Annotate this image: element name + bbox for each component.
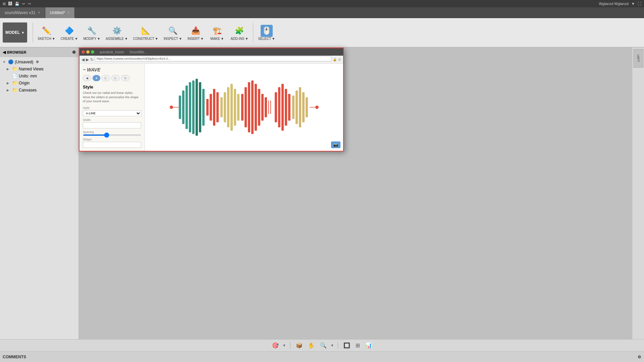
svg-rect-26 [261, 94, 264, 121]
svg-rect-7 [196, 79, 198, 136]
app-icon: 🅰 [8, 2, 12, 6]
bw-address-input[interactable] [95, 56, 331, 61]
bw-style-select[interactable]: A-LINE RADIAL [83, 110, 141, 116]
browser-settings-icon[interactable]: ⚙ [72, 50, 76, 55]
svg-rect-9 [202, 89, 205, 126]
bottom-toolbar: 🎯 ▼ 📦 ✋ 🔍 ▼ 🔲 ⊞ 📊 [0, 339, 644, 351]
toolbar-select[interactable]: 🖱️ SELECT▼ [256, 23, 277, 42]
view-cube-label: LEFT [637, 55, 640, 62]
maximize-icon[interactable]: ⛶ [638, 2, 641, 6]
modify-label: MODIFY▼ [83, 37, 100, 41]
tab-soundwaves-close[interactable]: ✕ [38, 11, 40, 14]
browser-header-left: ◀ BROWSER [3, 50, 26, 55]
bw-nav-btn-next[interactable]: ▷ [102, 75, 110, 81]
assemble-label: ASSEMBLE▼ [106, 37, 128, 41]
bw-minimize-dot[interactable] [86, 50, 90, 54]
svg-rect-36 [296, 90, 298, 124]
toolbar-add-ins[interactable]: 🧩 ADD-INS▼ [228, 23, 250, 42]
toolbar-sketch[interactable]: ✏️ SKETCH▼ [36, 23, 57, 42]
wave-left-dot [170, 106, 173, 109]
tab-untitled-close[interactable]: ✕ [67, 11, 70, 14]
unsaved-settings-icon[interactable]: ⚙ [36, 60, 39, 64]
create-icon: 🔷 [63, 25, 75, 37]
undo-icon[interactable]: ↩ [22, 2, 25, 6]
browser-collapse-icon[interactable]: ◀ [3, 50, 6, 55]
tab-soundwaves[interactable]: soundWaves v31 ✕ [0, 7, 45, 18]
toolbar-modify[interactable]: 🔧 MODIFY▼ [81, 23, 102, 42]
view-cube[interactable]: LEFT [633, 49, 643, 68]
svg-rect-35 [292, 96, 294, 119]
dropdown-icon[interactable]: ▼ [631, 2, 635, 6]
bw-nav-btn-circle[interactable]: ⊙ [121, 75, 130, 81]
svg-rect-15 [224, 92, 226, 122]
svg-rect-10 [206, 99, 209, 116]
bw-star-icon[interactable]: ☆ [338, 58, 341, 61]
bw-nav-btn-active[interactable]: ● [93, 75, 100, 81]
pan-icon[interactable]: 📦 [294, 342, 304, 349]
toolbar: MODEL ▼ ✏️ SKETCH▼ 🔷 CREATE▼ 🔧 MODIFY▼ ⚙… [0, 18, 644, 48]
svg-rect-30 [275, 92, 277, 122]
browser-item-origin[interactable]: ▶ 📁 Origin [0, 79, 78, 86]
toolbar-construct[interactable]: 📐 CONSTRUCT▼ [131, 23, 160, 42]
hand-icon[interactable]: ✋ [307, 342, 316, 349]
toolbar-insert[interactable]: 📥 INSERT▼ [185, 23, 206, 42]
toolbar-assemble[interactable]: ⚙️ ASSEMBLE▼ [104, 23, 130, 42]
orbit-dropdown[interactable]: ▼ [283, 344, 286, 347]
sketch-icon: ✏️ [40, 25, 52, 37]
bw-close-dot[interactable] [82, 50, 85, 54]
bw-nav: ◀ ● ▷ ▷ ⊙ [83, 75, 141, 81]
redo-icon[interactable]: ↪ [28, 2, 31, 6]
comments-bar: COMMENTS ⚙ [0, 351, 644, 362]
bw-forward-btn[interactable]: ▶ [86, 57, 89, 62]
browser-item-unsaved[interactable]: ▼ 🔵 (Unsaved) ⚙ [0, 58, 78, 65]
toolbar-inspect[interactable]: 🔍 INSPECT▼ [162, 23, 184, 42]
browser-window[interactable]: autodesk_fusion SoundWe... ◀ ▶ ↻ 🔒 ☆ ~ W… [79, 48, 344, 152]
units-label: Units: mm [19, 74, 37, 78]
mode-selector[interactable]: MODEL ▼ [3, 22, 27, 43]
bw-camera-icon[interactable]: 📷 [331, 141, 340, 148]
svg-rect-2 [179, 96, 181, 119]
orbit-icon[interactable]: 🎯 [271, 342, 280, 349]
top-bar: ⊞ 🅰 💾 ↩ ↪ Wglanzd Wglanzd ▼ ⛶ [0, 0, 644, 7]
bw-width-input[interactable] [83, 122, 141, 128]
svg-rect-14 [220, 97, 223, 117]
stats-icon[interactable]: 📊 [364, 342, 373, 349]
comments-settings-icon[interactable]: ⚙ [638, 355, 641, 359]
bw-nav-btn-prev[interactable]: ◀ [83, 75, 91, 81]
bw-sidebar: ~ WAVE ◀ ● ▷ ▷ ⊙ Style Check out our rad… [79, 64, 145, 151]
zoom-dropdown[interactable]: ▼ [331, 344, 334, 347]
bw-spacing-slider[interactable] [83, 134, 141, 136]
bw-style-desc: Check out our radial and linear styles. … [83, 91, 141, 104]
display-icon[interactable]: 🔲 [342, 342, 352, 349]
bw-maximize-dot[interactable] [91, 50, 94, 54]
wave-right-dot [315, 106, 319, 109]
bw-nav-btn-next2[interactable]: ▷ [111, 75, 120, 81]
browser-item-canvases[interactable]: ▶ 📁 Canvases [0, 86, 78, 94]
svg-rect-32 [281, 84, 284, 131]
expand-arrow-canvases: ▶ [7, 88, 11, 92]
svg-rect-37 [299, 87, 301, 127]
bw-style-title: Style [83, 84, 141, 89]
svg-rect-33 [285, 89, 287, 126]
toolbar-make[interactable]: 🏗️ MAKE▼ [207, 23, 227, 42]
browser-item-named-views[interactable]: ▶ 📁 Named Views [0, 65, 78, 72]
app-grid-icon[interactable]: ⊞ [3, 2, 6, 6]
main-area: ◀ BROWSER ⚙ ▼ 🔵 (Unsaved) ⚙ ▶ 📁 Named Vi… [0, 48, 644, 339]
bw-shape-input[interactable] [83, 142, 141, 148]
toolbar-create[interactable]: 🔷 CREATE▼ [59, 23, 80, 42]
grid-icon[interactable]: ⊞ [354, 342, 361, 349]
bw-refresh-btn[interactable]: ↻ [90, 57, 94, 62]
bw-back-btn[interactable]: ◀ [82, 57, 85, 62]
tab-untitled[interactable]: Untitled* ✕ [45, 7, 75, 18]
svg-rect-22 [248, 82, 250, 132]
browser-title: BROWSER [7, 50, 26, 54]
tab-soundwaves-label: soundWaves v31 [5, 10, 36, 15]
save-icon[interactable]: 💾 [15, 2, 19, 6]
svg-rect-4 [185, 85, 188, 129]
canvases-icon: 📁 [12, 87, 17, 93]
svg-rect-23 [251, 80, 254, 134]
bw-titlebar: autodesk_fusion SoundWe... [79, 48, 343, 56]
zoom-icon[interactable]: 🔍 [319, 342, 328, 349]
browser-item-units[interactable]: 📄 Units: mm [0, 72, 78, 79]
top-bar-left: ⊞ 🅰 💾 ↩ ↪ [3, 2, 31, 6]
